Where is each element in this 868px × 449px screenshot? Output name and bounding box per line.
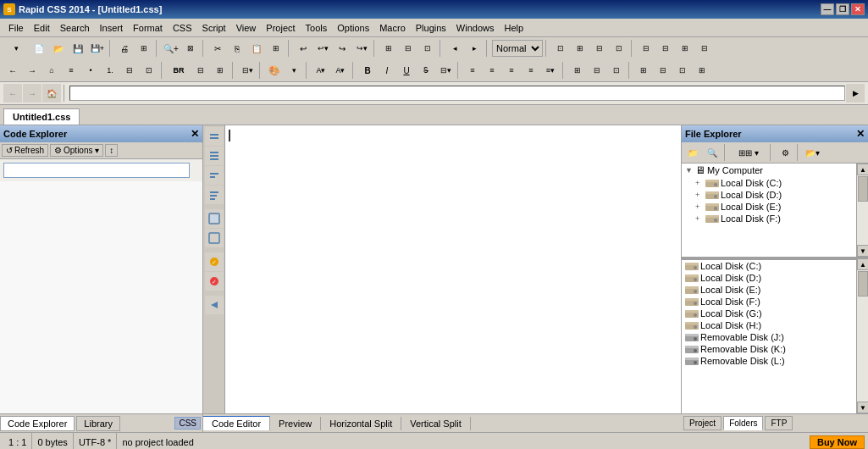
scroll2-up-btn[interactable]: ▲: [857, 258, 868, 270]
tb2-list[interactable]: ≡: [62, 61, 80, 80]
tab-horizontal-split[interactable]: Horizontal Split: [321, 417, 401, 430]
tb2-align-r[interactable]: ≡: [502, 61, 521, 80]
tb2-tag1[interactable]: ⊟: [191, 61, 210, 80]
ce-refresh-btn[interactable]: ↺ Refresh: [2, 144, 48, 157]
menu-macro[interactable]: Macro: [374, 21, 411, 35]
tb2-back[interactable]: ←: [3, 61, 22, 80]
buy-now-button[interactable]: Buy Now: [810, 435, 865, 449]
menu-format[interactable]: Format: [128, 21, 168, 35]
tb2-br[interactable]: BR: [167, 61, 191, 80]
fe-tree-my-computer[interactable]: ▼ 🖥 My Computer: [682, 164, 856, 177]
menu-tools[interactable]: Tools: [301, 21, 333, 35]
fe-back-btn[interactable]: 📁: [683, 144, 702, 161]
fe-view-btn[interactable]: ⊞⊞ ▾: [730, 144, 767, 161]
fe-tree-disk-f[interactable]: + Local Disk (F:): [682, 213, 856, 224]
side-expand1[interactable]: [205, 127, 224, 146]
tb2-tag2[interactable]: ⊞: [211, 61, 229, 80]
tb2-special2[interactable]: ⊟: [654, 61, 672, 80]
tb2-special4[interactable]: ⊞: [693, 61, 711, 80]
tb2-align-l[interactable]: ≡: [463, 61, 482, 80]
tb3-home[interactable]: 🏠: [42, 84, 61, 103]
tb2-color-drop[interactable]: ▾: [285, 61, 303, 80]
side-expand2[interactable]: [205, 147, 224, 165]
ce-options-btn[interactable]: ⚙ Options ▾: [50, 144, 103, 157]
tb2-italic[interactable]: I: [378, 61, 396, 80]
scroll-down-btn[interactable]: ▼: [857, 245, 868, 257]
fe-tree2-disk-f[interactable]: Local Disk (F:): [682, 296, 856, 308]
side-collapse2[interactable]: [205, 186, 224, 204]
fe-tree2-disk-g[interactable]: Local Disk (G:): [682, 308, 856, 319]
ce-tab-code-explorer[interactable]: Code Explorer: [0, 416, 75, 431]
menu-insert[interactable]: Insert: [95, 21, 129, 35]
tb-save[interactable]: 💾: [69, 39, 87, 58]
tb2-font[interactable]: A▾: [312, 61, 330, 80]
scroll2-down-btn[interactable]: ▼: [857, 402, 868, 413]
tab-code-editor[interactable]: Code Editor: [203, 416, 270, 430]
tb2-color-picker[interactable]: 🎨: [265, 61, 284, 80]
tb-dropdown1[interactable]: ▾: [3, 39, 29, 58]
fe-tree2-scrollbar[interactable]: ▲ ▼: [856, 258, 868, 413]
tab-vertical-split[interactable]: Vertical Split: [401, 417, 471, 430]
tb2-special3[interactable]: ⊡: [673, 61, 692, 80]
tb-paste2[interactable]: ⊞: [267, 39, 285, 58]
side-collapse1[interactable]: [205, 166, 224, 185]
tb2-table[interactable]: ⊞: [568, 61, 587, 80]
tb-indent-right[interactable]: ▸: [465, 39, 484, 58]
tb2-strikethrough[interactable]: S̶: [417, 61, 435, 80]
menu-script[interactable]: Script: [197, 21, 231, 35]
fe-tree2-disk-d[interactable]: Local Disk (D:): [682, 272, 856, 284]
menu-help[interactable]: Help: [499, 21, 528, 35]
tb2-justify[interactable]: ≡: [522, 61, 540, 80]
fe-tab-project[interactable]: Project: [683, 416, 721, 430]
side-color2[interactable]: ✓: [205, 272, 224, 291]
tb-misc2[interactable]: ⊡: [610, 39, 628, 58]
tb-align-left[interactable]: ⊞: [379, 39, 398, 58]
fe-tree-disk-d[interactable]: + Local Disk (D:): [682, 189, 856, 201]
tb-view-select[interactable]: Normal: [492, 40, 543, 57]
fe-tree-disk-c[interactable]: + Local Disk (C:): [682, 177, 856, 189]
fe-tree-disk-e[interactable]: + Local Disk (E:): [682, 201, 856, 213]
doc-tab-untitled[interactable]: Untitled1.css: [3, 108, 80, 125]
fe-tab-ftp[interactable]: FTP: [765, 416, 793, 430]
side-move-icon[interactable]: [205, 209, 224, 228]
scroll-up-btn[interactable]: ▲: [857, 164, 868, 175]
side-arrow[interactable]: [205, 296, 224, 314]
tb-misc4[interactable]: ⊟: [656, 39, 675, 58]
ce-tab-library[interactable]: Library: [76, 416, 120, 431]
tb-print[interactable]: 🖨: [115, 39, 134, 58]
menu-plugins[interactable]: Plugins: [411, 21, 451, 35]
tb2-table2[interactable]: ⊟: [588, 61, 606, 80]
tb2-home[interactable]: ⌂: [42, 61, 61, 80]
tb-cut[interactable]: ✂: [208, 39, 227, 58]
tb-paste[interactable]: 📋: [247, 39, 266, 58]
tb-redo[interactable]: ↪: [333, 39, 351, 58]
tb-copy[interactable]: ⎘: [228, 39, 246, 58]
tb2-numbered[interactable]: 1.: [101, 61, 119, 80]
fe-options-btn[interactable]: ⚙: [776, 144, 794, 161]
tb-zoom-in[interactable]: 🔍+: [162, 39, 180, 58]
tb2-sub[interactable]: ⊟▾: [436, 61, 455, 80]
menu-search[interactable]: Search: [55, 21, 95, 35]
code-explorer-close[interactable]: ✕: [191, 128, 199, 140]
menu-options[interactable]: Options: [332, 21, 374, 35]
tab-preview[interactable]: Preview: [270, 417, 321, 430]
fe-forward-btn[interactable]: 🔍: [703, 144, 721, 161]
tb-indent-left[interactable]: ◂: [445, 39, 464, 58]
tb2-font2[interactable]: A▾: [331, 61, 350, 80]
tb2-forward[interactable]: →: [23, 61, 41, 80]
tb3-back[interactable]: ←: [3, 84, 22, 103]
tb-undo2[interactable]: ↩▾: [313, 39, 332, 58]
tb-save-all[interactable]: 💾+: [88, 39, 107, 58]
close-button[interactable]: ✕: [851, 3, 865, 15]
tb2-indent-l[interactable]: ⊟: [120, 61, 139, 80]
ce-search-input[interactable]: [3, 163, 190, 178]
ce-sort-btn[interactable]: ↕: [105, 144, 118, 157]
tb2-align-c[interactable]: ≡: [483, 61, 501, 80]
tb3-go[interactable]: ▶: [846, 84, 865, 103]
menu-project[interactable]: Project: [261, 21, 300, 35]
tb-new[interactable]: 📄: [30, 39, 48, 58]
fe-tree2-disk-e[interactable]: Local Disk (E:): [682, 284, 856, 296]
tb-misc3[interactable]: ⊟: [637, 39, 655, 58]
tb-wrap2[interactable]: ⊞: [571, 39, 589, 58]
tb2-underline[interactable]: U: [397, 61, 416, 80]
